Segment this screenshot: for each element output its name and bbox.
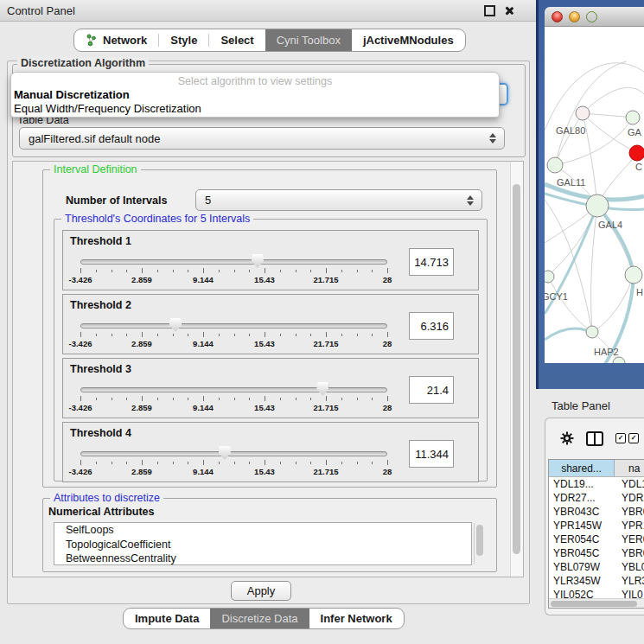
slider-track[interactable] (80, 259, 387, 265)
threshold-slider[interactable]: -3.4262.8599.14415.4321.71528 (80, 445, 387, 480)
slider-tick-labels: -3.4262.8599.14415.4321.71528 (80, 339, 387, 348)
close-window-icon[interactable] (552, 11, 563, 22)
table-row[interactable]: YLR345WYLR3 (549, 574, 644, 588)
tick-mark (80, 332, 81, 337)
tab-style[interactable]: Style (159, 29, 208, 51)
threshold-slider[interactable]: -3.4262.8599.14415.4321.71528 (80, 317, 387, 352)
threshold-value-field[interactable]: 21.4 (409, 376, 454, 404)
list-item[interactable]: TopologicalCoefficient (54, 538, 471, 552)
table-row[interactable]: YDL19...YDL1 (549, 477, 644, 491)
tab-network[interactable]: Network (74, 29, 158, 51)
table-cell: YBR0 (615, 547, 644, 559)
node-gal80[interactable] (576, 106, 590, 120)
tick-mark (280, 398, 281, 400)
table-row[interactable]: YBR043CYBR0 (549, 505, 644, 519)
tick-mark (219, 462, 220, 464)
list-item[interactable]: BetweennessCentrality (54, 552, 471, 565)
node-label: GAL11 (557, 177, 585, 188)
table-row[interactable]: YBL079WYBL0 (549, 560, 644, 574)
minimize-window-icon[interactable] (569, 11, 580, 22)
slider-thumb[interactable] (316, 382, 328, 396)
tick-label: 28 (383, 275, 392, 284)
zoom-window-icon[interactable] (586, 11, 597, 22)
table-row[interactable]: YDR27...YDR2 (549, 491, 644, 505)
scrollbar-thumb[interactable] (513, 184, 520, 554)
tick-label: 15.43 (254, 339, 275, 348)
slider-track[interactable] (80, 323, 387, 328)
node-red-selected[interactable] (629, 145, 644, 161)
tick-mark (203, 268, 204, 273)
tab-label: Select (220, 34, 253, 47)
tick-mark (372, 270, 373, 272)
table-cell: YDR2 (615, 492, 644, 504)
gear-icon[interactable] (560, 431, 574, 445)
node-partial-bottom[interactable] (613, 357, 625, 363)
threshold-slider[interactable]: -3.4262.8599.14415.4321.71528 (80, 253, 387, 288)
threshold-label: Threshold 3 (70, 363, 131, 375)
node-gcy1[interactable] (545, 271, 554, 283)
network-window-titlebar[interactable] (545, 7, 644, 27)
table-data-combobox[interactable]: galFiltered.sif default node (19, 127, 505, 150)
split-view-icon[interactable] (586, 431, 603, 446)
slider-ticks (80, 396, 387, 402)
close-icon[interactable] (504, 6, 513, 16)
tab-jactivemnodules[interactable]: jActiveMNodules (352, 29, 465, 51)
table-data-value: galFiltered.sif default node (29, 132, 160, 145)
node-gal11[interactable] (547, 157, 563, 173)
tick-label: 9.144 (193, 339, 214, 348)
tick-mark (219, 270, 220, 272)
slider-track[interactable] (80, 451, 387, 456)
threshold-slider[interactable]: -3.4262.8599.14415.4321.71528 (80, 381, 387, 416)
number-of-intervals-combobox[interactable]: 5 (195, 189, 482, 211)
table-row[interactable]: YBR045CYBR0 (549, 546, 644, 560)
node-hap2[interactable] (586, 326, 598, 338)
list-scrollbar[interactable] (474, 523, 485, 564)
threshold-value-field[interactable]: 11.344 (409, 440, 454, 468)
tab-cyni-toolbox[interactable]: Cyni Toolbox (265, 29, 352, 51)
threshold-label: Threshold 4 (70, 427, 131, 439)
tick-mark (372, 334, 373, 336)
tab-discretize-data[interactable]: Discretize Data (210, 609, 309, 628)
scrollbar-thumb[interactable] (476, 525, 483, 556)
column-header-name[interactable]: na (615, 460, 644, 476)
numerical-attributes-list[interactable]: SelfLoopsTopologicalCoefficientBetweenne… (54, 522, 472, 565)
float-panel-icon[interactable] (484, 5, 495, 16)
dropdown-option-equal-width-frequency[interactable]: Equal Width/Frequency Discretization (11, 102, 499, 116)
apply-button[interactable]: Apply (231, 581, 291, 601)
panel-scrollbar[interactable] (510, 162, 523, 577)
node-gal4[interactable] (586, 194, 609, 217)
checkbox-icon[interactable]: ✓ (615, 433, 626, 443)
dropdown-option-manual-discretization[interactable]: Manual Discretization (11, 88, 499, 102)
network-canvas[interactable]: GAL80 GA C GAL11 GAL4 GCY1 H HAP2 (545, 27, 644, 363)
tick-mark (173, 270, 174, 272)
tick-mark (296, 398, 296, 400)
threshold-value-field[interactable]: 14.713 (409, 248, 454, 276)
threshold-panel: Threshold 1 -3.4262.8599.14415.4321.7152… (62, 230, 479, 290)
column-header-shared-name[interactable]: shared... (549, 460, 615, 476)
number-of-intervals-label: Number of Intervals (66, 194, 167, 207)
node-partial-right[interactable] (625, 266, 642, 284)
tick-label: -3.426 (69, 275, 92, 284)
table-horizontal-scrollbar[interactable] (549, 598, 644, 608)
checkbox-icon[interactable]: ✓ (628, 433, 639, 443)
tab-select[interactable]: Select (209, 29, 265, 51)
threshold-value-field[interactable]: 6.316 (409, 312, 454, 340)
table-row[interactable]: YPR145WYPR1 (549, 519, 644, 532)
tab-infer-network[interactable]: Infer Network (309, 609, 404, 628)
slider-track[interactable] (80, 387, 387, 392)
slider-thumb[interactable] (219, 446, 231, 460)
tick-mark (387, 332, 388, 337)
list-item[interactable]: SelfLoops (54, 523, 471, 538)
slider-thumb[interactable] (169, 318, 182, 332)
tick-mark (341, 270, 342, 272)
combo-arrows-icon (489, 133, 496, 143)
slider-thumb[interactable] (252, 254, 264, 268)
column-visibility-icons[interactable]: ✓ ✓ (615, 433, 639, 443)
tab-impute-data[interactable]: Impute Data (124, 609, 210, 628)
table-row[interactable]: YER054CYER0 (549, 532, 644, 546)
tick-mark (249, 398, 250, 400)
scrollbar-thumb[interactable] (551, 601, 637, 607)
tick-label: 2.859 (131, 275, 152, 284)
thresholds-group: Threshold's Coordinates for 5 Intervals … (54, 219, 488, 481)
node-partial-top[interactable] (626, 111, 640, 124)
